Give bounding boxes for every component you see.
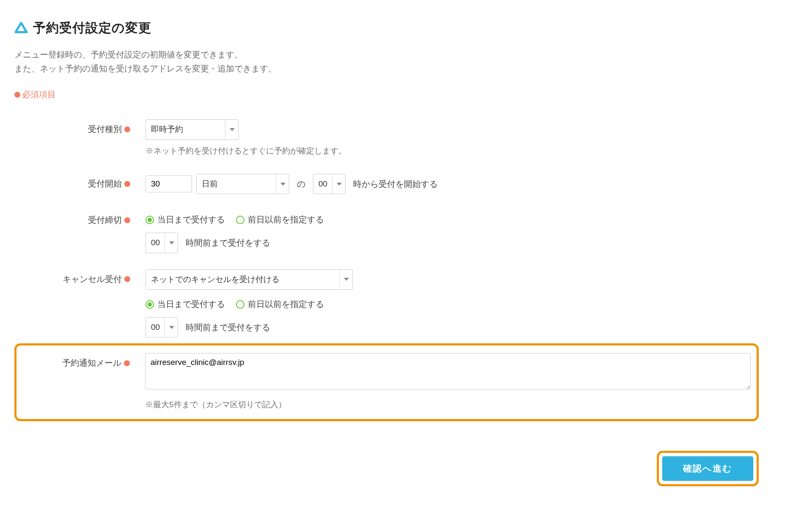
- select-deadline-hour[interactable]: 00: [145, 233, 178, 253]
- page-title: 予約受付設定の変更: [33, 17, 151, 38]
- required-legend: 必須項目: [14, 88, 759, 101]
- highlight-notify-email: 予約通知メール ※最大5件まで（カンマ区切りで記入）: [14, 343, 759, 421]
- required-dot-icon: [124, 217, 130, 223]
- footer-actions: 確認へ進む: [14, 451, 759, 486]
- description-line-2: また、ネット予約の通知を受け取るアドレスを変更・追加できます。: [14, 62, 759, 76]
- radio-deadline-prev-day[interactable]: 前日以前を指定する: [236, 213, 324, 227]
- select-reception-type[interactable]: 即時予約: [145, 119, 239, 140]
- select-start-unit[interactable]: 日前: [196, 174, 289, 194]
- hint-reception-type: ※ネット予約を受け付けるとすぐに予約が確定します。: [145, 144, 759, 158]
- radio-label: 当日まで受付する: [157, 297, 225, 311]
- label-cancel-reception: キャンセル受付: [63, 272, 122, 286]
- row-reception-start: 受付開始 日前 の 00 時から受付を開始する: [14, 174, 759, 194]
- select-start-hour[interactable]: 00: [313, 174, 346, 194]
- row-cancel-reception: キャンセル受付 ネットでのキャンセルを受け付ける 当日まで受付する: [14, 269, 759, 338]
- radio-deadline-same-day[interactable]: 当日まで受付する: [145, 213, 225, 227]
- radio-icon: [145, 300, 154, 309]
- required-label: 必須項目: [22, 88, 56, 101]
- select-value: 00: [151, 321, 160, 334]
- triangle-icon: [14, 21, 28, 35]
- select-value: 00: [318, 177, 327, 191]
- highlight-submit: 確認へ進む: [657, 451, 759, 486]
- required-dot-icon: [124, 360, 130, 366]
- select-value: ネットでのキャンセルを受け付ける: [151, 273, 280, 286]
- text-of: の: [297, 177, 305, 191]
- label-reception-start: 受付開始: [88, 177, 122, 191]
- row-reception-deadline: 受付締切 当日まで受付する 前日以前を指定する 00: [14, 210, 759, 253]
- text-start-suffix: 時から受付を開始する: [353, 177, 438, 191]
- radio-label: 前日以前を指定する: [248, 297, 324, 311]
- required-dot-icon: [14, 92, 20, 98]
- hint-notify-email: ※最大5件まで（カンマ区切りで記入）: [145, 398, 751, 411]
- textarea-notify-email[interactable]: [145, 353, 751, 389]
- radio-label: 前日以前を指定する: [248, 213, 324, 227]
- label-reception-type: 受付種別: [88, 122, 122, 136]
- radio-cancel-prev-day[interactable]: 前日以前を指定する: [236, 297, 324, 311]
- select-cancel-hour[interactable]: 00: [145, 317, 178, 337]
- description-line-1: メニュー登録時の、予約受付設定の初期値を変更できます。: [14, 48, 759, 62]
- required-dot-icon: [124, 276, 130, 282]
- select-value: 即時予約: [151, 123, 183, 136]
- page-description: メニュー登録時の、予約受付設定の初期値を変更できます。 また、ネット予約の通知を…: [14, 48, 759, 76]
- select-cancel-reception[interactable]: ネットでのキャンセルを受け付ける: [145, 269, 353, 290]
- radio-cancel-same-day[interactable]: 当日まで受付する: [145, 297, 225, 311]
- text-cancel-suffix: 時間前まで受付をする: [186, 321, 270, 334]
- radio-icon: [236, 300, 244, 309]
- select-value: 00: [151, 236, 160, 249]
- radio-label: 当日まで受付する: [157, 213, 225, 227]
- radio-icon: [236, 216, 244, 224]
- required-dot-icon: [124, 126, 130, 132]
- text-deadline-suffix: 時間前まで受付をする: [186, 236, 270, 250]
- input-start-days[interactable]: [145, 175, 192, 192]
- select-value: 日前: [202, 177, 218, 191]
- required-dot-icon: [124, 181, 130, 187]
- page-title-row: 予約受付設定の変更: [14, 17, 759, 38]
- submit-button[interactable]: 確認へ進む: [662, 456, 753, 481]
- row-reception-type: 受付種別 即時予約 ※ネット予約を受け付けるとすぐに予約が確定します。: [14, 119, 759, 158]
- radio-icon: [145, 216, 154, 224]
- label-reception-deadline: 受付締切: [88, 213, 122, 227]
- label-notify-email: 予約通知メール: [62, 356, 121, 370]
